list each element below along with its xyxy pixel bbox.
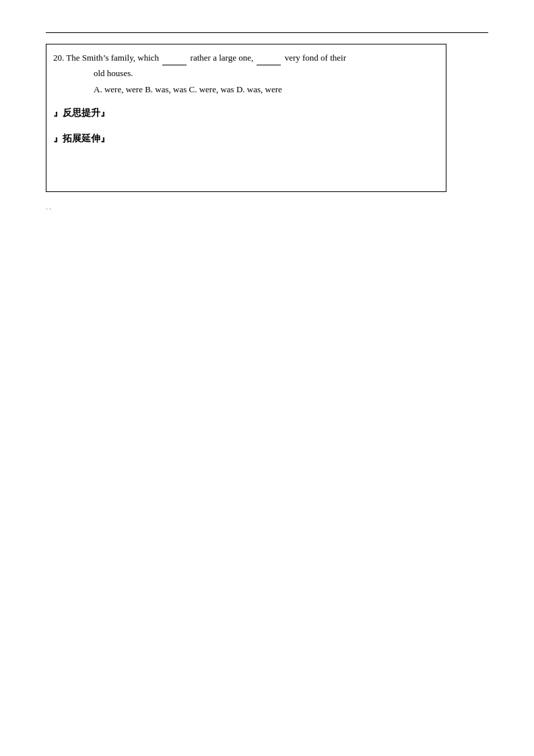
question-text-line2: old houses. [53, 65, 439, 81]
blank2 [257, 65, 281, 65]
top-divider [46, 32, 488, 33]
reflection-label: 』反思提升』 [53, 104, 439, 123]
expansion-label: 』拓展延伸』 [53, 129, 439, 148]
question-text-line1: The Smith’s family, which rather a large… [66, 53, 346, 63]
question-container: 20. The Smith’s family, which rather a l… [46, 44, 446, 192]
blank1 [162, 65, 187, 65]
question-options: A. were, were B. was, was C. were, was D… [53, 82, 439, 97]
question-number: 20. [53, 53, 64, 63]
footer-dots: .. [46, 202, 53, 212]
question-line1: 20. The Smith’s family, which rather a l… [53, 50, 439, 65]
